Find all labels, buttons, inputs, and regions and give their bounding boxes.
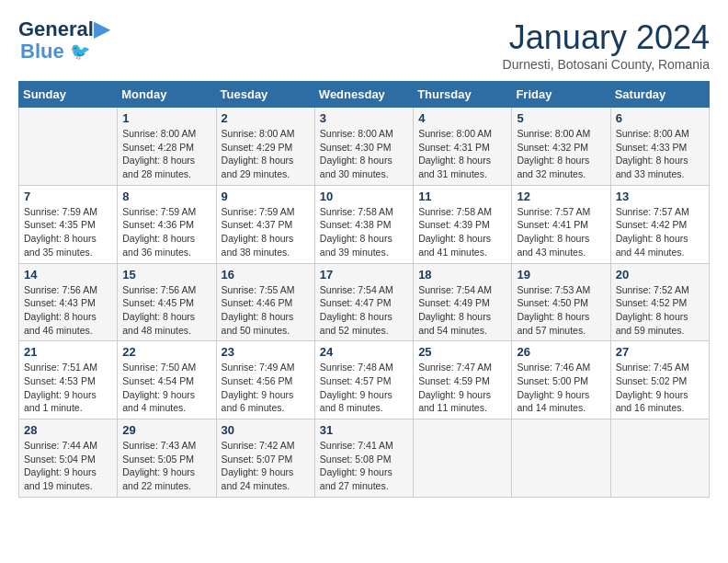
day-number: 14 — [24, 268, 112, 282]
day-number: 10 — [320, 190, 408, 203]
location: Durnesti, Botosani County, Romania — [503, 57, 710, 72]
day-info: Sunrise: 8:00 AM Sunset: 4:32 PM Dayligh… — [517, 127, 605, 181]
calendar-cell: 11Sunrise: 7:58 AM Sunset: 4:39 PM Dayli… — [414, 185, 512, 263]
day-number: 3 — [320, 111, 408, 125]
week-row-3: 14Sunrise: 7:56 AM Sunset: 4:43 PM Dayli… — [19, 263, 710, 341]
day-number: 24 — [320, 345, 408, 359]
day-number: 22 — [122, 345, 210, 359]
day-number: 13 — [616, 190, 704, 203]
page-header: General▶ Blue 🐦 January 2024 Durnesti, B… — [18, 18, 710, 72]
day-info: Sunrise: 7:45 AM Sunset: 5:02 PM Dayligh… — [616, 361, 704, 415]
day-header-wednesday: Wednesday — [314, 82, 413, 108]
day-info: Sunrise: 7:58 AM Sunset: 4:39 PM Dayligh… — [418, 205, 506, 259]
calendar-cell: 12Sunrise: 7:57 AM Sunset: 4:41 PM Dayli… — [512, 185, 610, 263]
day-number: 6 — [616, 111, 704, 125]
calendar-cell: 22Sunrise: 7:50 AM Sunset: 4:54 PM Dayli… — [118, 341, 216, 419]
day-header-sunday: Sunday — [19, 82, 118, 108]
calendar-cell: 26Sunrise: 7:46 AM Sunset: 5:00 PM Dayli… — [512, 341, 610, 419]
calendar-cell: 20Sunrise: 7:52 AM Sunset: 4:52 PM Dayli… — [610, 263, 709, 341]
day-number: 23 — [222, 345, 310, 359]
calendar-cell: 4Sunrise: 8:00 AM Sunset: 4:31 PM Daylig… — [414, 108, 512, 186]
calendar-cell: 17Sunrise: 7:54 AM Sunset: 4:47 PM Dayli… — [314, 263, 413, 341]
day-info: Sunrise: 7:56 AM Sunset: 4:43 PM Dayligh… — [24, 283, 112, 338]
day-number: 29 — [122, 423, 210, 437]
calendar-cell: 18Sunrise: 7:54 AM Sunset: 4:49 PM Dayli… — [414, 263, 512, 341]
day-info: Sunrise: 7:42 AM Sunset: 5:07 PM Dayligh… — [222, 439, 310, 493]
day-info: Sunrise: 7:58 AM Sunset: 4:38 PM Dayligh… — [320, 205, 408, 259]
logo-blue-text: Blue — [20, 40, 64, 63]
day-info: Sunrise: 8:00 AM Sunset: 4:29 PM Dayligh… — [222, 127, 310, 181]
calendar-cell: 13Sunrise: 7:57 AM Sunset: 4:42 PM Dayli… — [610, 185, 709, 263]
logo-text: General▶ — [18, 18, 109, 40]
day-number: 21 — [24, 345, 112, 359]
calendar-cell: 31Sunrise: 7:41 AM Sunset: 5:08 PM Dayli… — [314, 419, 413, 498]
calendar-cell: 27Sunrise: 7:45 AM Sunset: 5:02 PM Dayli… — [610, 341, 709, 419]
day-info: Sunrise: 7:50 AM Sunset: 4:54 PM Dayligh… — [122, 361, 210, 415]
day-info: Sunrise: 7:57 AM Sunset: 4:41 PM Dayligh… — [517, 205, 605, 259]
day-info: Sunrise: 7:49 AM Sunset: 4:56 PM Dayligh… — [222, 361, 310, 415]
calendar-body: 1Sunrise: 8:00 AM Sunset: 4:28 PM Daylig… — [19, 108, 710, 498]
day-number: 20 — [616, 268, 704, 282]
day-info: Sunrise: 7:59 AM Sunset: 4:37 PM Dayligh… — [222, 205, 310, 259]
day-header-thursday: Thursday — [414, 82, 512, 108]
day-number: 8 — [122, 190, 210, 203]
day-number: 9 — [222, 190, 310, 203]
day-info: Sunrise: 8:00 AM Sunset: 4:31 PM Dayligh… — [418, 127, 506, 181]
day-number: 30 — [222, 423, 310, 437]
day-number: 12 — [517, 190, 605, 203]
day-number: 19 — [517, 268, 605, 282]
day-number: 26 — [517, 345, 605, 359]
week-row-1: 1Sunrise: 8:00 AM Sunset: 4:28 PM Daylig… — [19, 108, 710, 186]
calendar-cell: 15Sunrise: 7:56 AM Sunset: 4:45 PM Dayli… — [118, 263, 216, 341]
day-info: Sunrise: 7:52 AM Sunset: 4:52 PM Dayligh… — [616, 283, 704, 338]
day-number: 25 — [418, 345, 506, 359]
calendar-header: SundayMondayTuesdayWednesdayThursdayFrid… — [19, 82, 710, 108]
logo: General▶ Blue 🐦 — [18, 18, 109, 63]
day-number: 11 — [418, 190, 506, 203]
logo-bird-icon: 🐦 — [70, 41, 90, 62]
day-info: Sunrise: 7:51 AM Sunset: 4:53 PM Dayligh… — [24, 361, 112, 415]
calendar-cell: 3Sunrise: 8:00 AM Sunset: 4:30 PM Daylig… — [314, 108, 413, 186]
week-row-5: 28Sunrise: 7:44 AM Sunset: 5:04 PM Dayli… — [19, 419, 710, 498]
month-title: January 2024 — [503, 18, 710, 57]
day-info: Sunrise: 7:54 AM Sunset: 4:47 PM Dayligh… — [320, 283, 408, 338]
day-info: Sunrise: 7:44 AM Sunset: 5:04 PM Dayligh… — [24, 439, 112, 493]
calendar-cell: 8Sunrise: 7:59 AM Sunset: 4:36 PM Daylig… — [118, 185, 216, 263]
calendar-cell: 5Sunrise: 8:00 AM Sunset: 4:32 PM Daylig… — [512, 108, 610, 186]
calendar-cell: 21Sunrise: 7:51 AM Sunset: 4:53 PM Dayli… — [19, 341, 118, 419]
day-number: 4 — [418, 111, 506, 125]
day-number: 18 — [418, 268, 506, 282]
day-info: Sunrise: 7:48 AM Sunset: 4:57 PM Dayligh… — [320, 361, 408, 415]
day-number: 27 — [616, 345, 704, 359]
day-number: 31 — [320, 423, 408, 437]
calendar-cell: 2Sunrise: 8:00 AM Sunset: 4:29 PM Daylig… — [216, 108, 314, 186]
calendar-cell: 6Sunrise: 8:00 AM Sunset: 4:33 PM Daylig… — [610, 108, 709, 186]
day-info: Sunrise: 7:59 AM Sunset: 4:36 PM Dayligh… — [122, 205, 210, 259]
day-header-friday: Friday — [512, 82, 610, 108]
day-info: Sunrise: 7:53 AM Sunset: 4:50 PM Dayligh… — [517, 283, 605, 338]
calendar-cell — [19, 108, 118, 186]
calendar-cell: 23Sunrise: 7:49 AM Sunset: 4:56 PM Dayli… — [216, 341, 314, 419]
day-info: Sunrise: 7:56 AM Sunset: 4:45 PM Dayligh… — [122, 283, 210, 338]
day-number: 17 — [320, 268, 408, 282]
calendar-cell: 28Sunrise: 7:44 AM Sunset: 5:04 PM Dayli… — [19, 419, 118, 498]
day-number: 28 — [24, 423, 112, 437]
day-number: 15 — [122, 268, 210, 282]
calendar-cell: 10Sunrise: 7:58 AM Sunset: 4:38 PM Dayli… — [314, 185, 413, 263]
day-info: Sunrise: 8:00 AM Sunset: 4:28 PM Dayligh… — [122, 127, 210, 181]
day-header-saturday: Saturday — [610, 82, 709, 108]
calendar-cell — [414, 419, 512, 498]
calendar-cell: 9Sunrise: 7:59 AM Sunset: 4:37 PM Daylig… — [216, 185, 314, 263]
day-info: Sunrise: 7:59 AM Sunset: 4:35 PM Dayligh… — [24, 205, 112, 259]
day-info: Sunrise: 7:46 AM Sunset: 5:00 PM Dayligh… — [517, 361, 605, 415]
day-header-monday: Monday — [118, 82, 216, 108]
calendar-cell: 1Sunrise: 8:00 AM Sunset: 4:28 PM Daylig… — [118, 108, 216, 186]
day-info: Sunrise: 7:47 AM Sunset: 4:59 PM Dayligh… — [418, 361, 506, 415]
calendar-cell: 25Sunrise: 7:47 AM Sunset: 4:59 PM Dayli… — [414, 341, 512, 419]
calendar-cell: 29Sunrise: 7:43 AM Sunset: 5:05 PM Dayli… — [118, 419, 216, 498]
day-header-tuesday: Tuesday — [216, 82, 314, 108]
day-info: Sunrise: 7:41 AM Sunset: 5:08 PM Dayligh… — [320, 439, 408, 493]
day-info: Sunrise: 8:00 AM Sunset: 4:33 PM Dayligh… — [616, 127, 704, 181]
calendar-cell: 19Sunrise: 7:53 AM Sunset: 4:50 PM Dayli… — [512, 263, 610, 341]
day-number: 2 — [222, 111, 310, 125]
